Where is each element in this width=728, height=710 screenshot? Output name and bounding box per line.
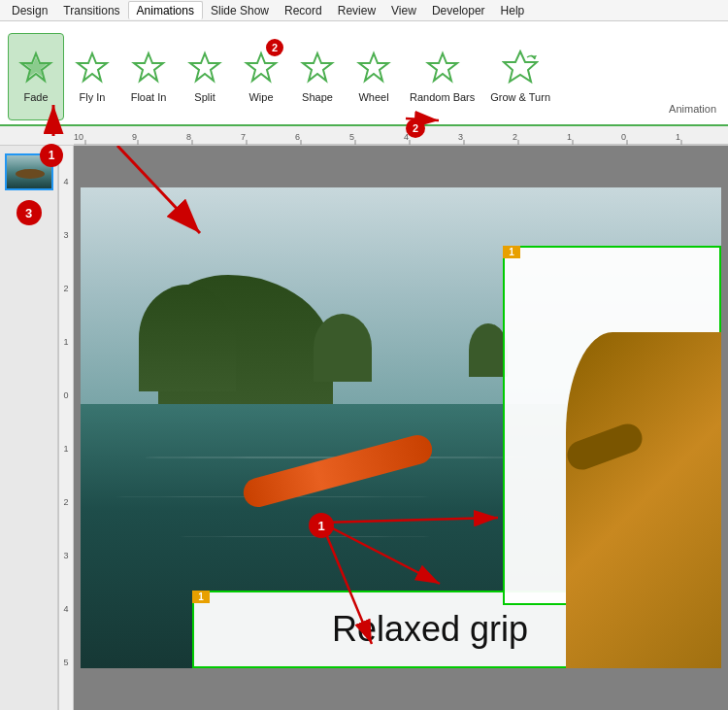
- shape-icon: [298, 49, 337, 87]
- svg-text:6: 6: [295, 132, 300, 142]
- menu-view[interactable]: View: [383, 2, 424, 19]
- text-box-2-badge: 1: [503, 246, 520, 258]
- ribbon-item-shape[interactable]: Shape: [289, 33, 346, 120]
- svg-text:1: 1: [63, 337, 68, 347]
- fade-icon: [17, 49, 55, 87]
- svg-text:2: 2: [513, 132, 517, 142]
- svg-text:3: 3: [63, 230, 68, 240]
- slide-canvas: 1 Relaxed grip 1: [81, 187, 721, 668]
- ribbon-item-grow-turn[interactable]: Grow & Turn: [482, 33, 558, 120]
- svg-text:5: 5: [349, 132, 354, 142]
- svg-text:3: 3: [63, 551, 68, 560]
- shape-label: Shape: [302, 91, 333, 104]
- svg-text:0: 0: [621, 132, 626, 142]
- badge-1: 1: [309, 513, 334, 538]
- svg-text:1: 1: [676, 132, 680, 142]
- island-right-sm: [314, 314, 372, 382]
- random-bars-label: Random Bars: [410, 91, 475, 104]
- svg-text:2: 2: [63, 497, 68, 507]
- badge-3: 3: [17, 200, 42, 225]
- island-far: [469, 323, 508, 377]
- fly-in-label: Fly In: [80, 91, 106, 104]
- ribbon-item-fade[interactable]: Fade: [8, 33, 64, 120]
- svg-marker-8: [428, 53, 457, 81]
- menu-developer[interactable]: Developer: [424, 2, 493, 19]
- menu-help[interactable]: Help: [493, 2, 533, 19]
- svg-marker-6: [303, 53, 332, 81]
- animation-section-label: Animation: [669, 99, 716, 117]
- svg-marker-3: [134, 53, 163, 81]
- svg-marker-4: [190, 53, 219, 81]
- split-label: Split: [194, 91, 215, 104]
- menu-review[interactable]: Review: [330, 2, 383, 19]
- fly-in-icon: [73, 49, 112, 87]
- svg-text:0: 0: [63, 390, 68, 400]
- ribbon-item-split[interactable]: Split: [177, 33, 233, 120]
- island-left: [139, 285, 236, 391]
- svg-text:4: 4: [63, 177, 68, 186]
- badge-2-ribbon: 2: [406, 118, 425, 138]
- svg-text:9: 9: [132, 132, 137, 142]
- float-in-label: Float In: [131, 91, 167, 104]
- random-bars-icon: [423, 49, 462, 87]
- ribbon-item-random-bars[interactable]: Random Bars: [402, 33, 482, 120]
- slide-editing-area[interactable]: 1 Relaxed grip 1: [74, 146, 728, 710]
- ruler-top: 10 9 8 7 6 5 4 3 2 1 0 1: [0, 126, 728, 146]
- menu-bar: Design Transitions Animations Slide Show…: [0, 0, 728, 21]
- menu-transitions[interactable]: Transitions: [55, 2, 127, 19]
- svg-text:3: 3: [458, 132, 463, 142]
- svg-text:5: 5: [63, 658, 68, 667]
- svg-text:7: 7: [241, 132, 246, 142]
- ribbon-item-fly-in[interactable]: Fly In: [64, 33, 120, 120]
- split-icon: [185, 49, 224, 87]
- svg-text:1: 1: [63, 444, 68, 454]
- svg-text:2: 2: [63, 284, 68, 293]
- wheel-icon: [354, 49, 393, 87]
- wipe-label: Wipe: [248, 91, 273, 104]
- badge-1-fade: 1: [40, 144, 63, 167]
- animation-badge-2: 2: [266, 39, 283, 56]
- main-content: 3 4 3 2 1 0 1 2 3 4 5: [0, 146, 728, 710]
- slide-panel: 3: [0, 146, 58, 710]
- svg-text:10: 10: [74, 132, 83, 142]
- grow-turn-label: Grow & Turn: [490, 91, 550, 104]
- svg-marker-5: [247, 53, 276, 81]
- menu-animations[interactable]: Animations: [128, 1, 203, 19]
- menu-slideshow[interactable]: Slide Show: [203, 2, 277, 19]
- svg-marker-2: [78, 53, 107, 81]
- fade-label: Fade: [23, 91, 48, 104]
- menu-design[interactable]: Design: [4, 2, 55, 19]
- float-in-icon: [129, 49, 168, 87]
- ruler-left: 4 3 2 1 0 1 2 3 4 5: [58, 146, 74, 710]
- text-box-1-badge: 1: [192, 591, 210, 603]
- svg-text:8: 8: [186, 132, 191, 142]
- kayaker: [566, 332, 721, 669]
- menu-record[interactable]: Record: [277, 2, 330, 19]
- svg-text:4: 4: [63, 604, 68, 614]
- grow-turn-icon: [501, 49, 540, 87]
- relaxed-grip-text: Relaxed grip: [332, 609, 528, 650]
- ribbon: Fade Fly In Float In Split: [0, 21, 728, 126]
- svg-marker-7: [359, 53, 388, 81]
- ribbon-item-float-in[interactable]: Float In: [120, 33, 177, 120]
- ribbon-item-wheel[interactable]: Wheel: [346, 33, 402, 120]
- ribbon-item-wipe[interactable]: Wipe 2: [233, 33, 289, 120]
- wheel-label: Wheel: [358, 91, 388, 104]
- svg-text:1: 1: [567, 132, 572, 142]
